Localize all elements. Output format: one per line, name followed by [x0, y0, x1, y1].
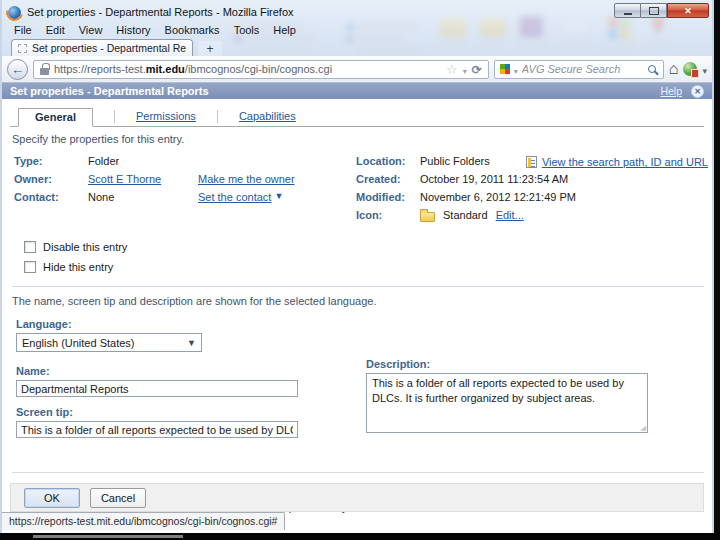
- screentip-input[interactable]: [16, 421, 298, 438]
- properties-right-column: Location: Public Folders View the search…: [356, 155, 712, 227]
- browser-tab[interactable]: Set properties - Departmental Reports: [11, 39, 193, 56]
- icon-label: Icon:: [356, 209, 420, 221]
- form-right-column: Description: This is a folder of all rep…: [366, 358, 658, 433]
- menu-help[interactable]: Help: [266, 23, 303, 37]
- close-window-button[interactable]: [667, 3, 709, 18]
- created-row: Created: October 19, 2011 11:23:54 AM: [356, 173, 706, 191]
- properties-tab-row: General Permissions Capabilities: [10, 108, 704, 127]
- tab-separator: [114, 110, 115, 123]
- hide-entry-checkbox[interactable]: [24, 261, 36, 273]
- disable-entry-checkbox[interactable]: [24, 241, 36, 253]
- properties-left-column: Type: Folder Owner: Scott E Thorne Make …: [14, 155, 356, 227]
- firefox-icon: [8, 6, 21, 19]
- tab-general[interactable]: General: [18, 108, 93, 127]
- search-path-icon: [526, 156, 537, 168]
- dialog-header: Set properties - Departmental Reports He…: [2, 83, 712, 99]
- tab-bar: Set properties - Departmental Reports +: [2, 38, 712, 56]
- tab-title: Set properties - Departmental Reports: [32, 42, 186, 54]
- window-controls: [614, 3, 709, 18]
- created-label: Created:: [356, 173, 420, 185]
- window-titlebar: Set properties - Departmental Reports - …: [2, 0, 712, 21]
- favicon-placeholder-icon: [18, 44, 27, 53]
- set-contact-link[interactable]: Set the contact: [198, 191, 271, 203]
- taskbar-hint: [33, 535, 183, 538]
- menu-file[interactable]: File: [7, 23, 39, 37]
- cancel-button[interactable]: Cancel: [90, 488, 146, 508]
- search-engine-dropdown-icon[interactable]: [514, 60, 518, 78]
- bookmark-star-icon[interactable]: [446, 60, 458, 78]
- tab-capabilities[interactable]: Capabilities: [239, 110, 296, 122]
- owner-link[interactable]: Scott E Thorne: [88, 173, 161, 185]
- url-history-dropdown-icon[interactable]: [463, 60, 467, 78]
- modified-label: Modified:: [356, 191, 420, 203]
- url-text[interactable]: https://reports-test.mit.edu/ibmcognos/c…: [54, 63, 332, 75]
- ok-button[interactable]: OK: [24, 488, 80, 508]
- contact-row: Contact: None Set the contact ▼: [14, 191, 356, 209]
- search-submit-icon[interactable]: [648, 65, 656, 73]
- firefox-window: Set properties - Departmental Reports - …: [0, 0, 714, 533]
- addon-globe-icon[interactable]: [683, 62, 697, 76]
- type-row: Type: Folder: [14, 155, 356, 173]
- properties-grid: Type: Folder Owner: Scott E Thorne Make …: [14, 155, 712, 227]
- language-note: The name, screen tip and description are…: [12, 295, 712, 307]
- description-textarea[interactable]: This is a folder of all reports expected…: [366, 373, 648, 433]
- search-path-group: View the search path, ID and URL: [526, 156, 708, 168]
- minimize-button[interactable]: [614, 3, 641, 18]
- disable-entry-label: Disable this entry: [43, 241, 127, 253]
- back-button[interactable]: [7, 59, 28, 80]
- name-input[interactable]: [16, 380, 298, 397]
- icon-value: Standard: [443, 209, 488, 221]
- type-label: Type:: [14, 155, 88, 167]
- contact-label: Contact:: [14, 191, 88, 203]
- help-link[interactable]: Help: [660, 85, 682, 97]
- status-link-preview: https://reports-test.mit.edu/ibmcognos/c…: [2, 512, 285, 530]
- language-select[interactable]: English (United States) ▼: [16, 333, 202, 352]
- maximize-button[interactable]: [641, 3, 667, 18]
- home-button[interactable]: [669, 60, 679, 78]
- language-label: Language:: [16, 318, 712, 330]
- modified-row: Modified: November 6, 2012 12:21:49 PM: [356, 191, 706, 209]
- edit-icon-link[interactable]: Edit...: [496, 209, 524, 221]
- dialog-close-button[interactable]: [691, 85, 704, 98]
- reload-icon[interactable]: [472, 60, 482, 78]
- type-value: Folder: [88, 155, 198, 167]
- navigation-toolbar: https://reports-test.mit.edu/ibmcognos/c…: [2, 56, 712, 83]
- desktop-taskbar-strip: [0, 533, 720, 540]
- cognos-page: Set properties - Departmental Reports He…: [2, 83, 712, 533]
- created-value: October 19, 2011 11:23:54 AM: [420, 173, 568, 185]
- search-engine-icon[interactable]: [500, 64, 510, 74]
- menu-bookmarks[interactable]: Bookmarks: [158, 23, 227, 37]
- window-title: Set properties - Departmental Reports - …: [27, 6, 294, 18]
- language-select-arrow-icon: ▼: [187, 338, 196, 348]
- make-me-owner-link[interactable]: Make me the owner: [198, 173, 295, 185]
- description-label: Description:: [366, 358, 658, 370]
- browser-chrome: Set properties - Departmental Reports - …: [2, 0, 712, 56]
- view-search-path-link[interactable]: View the search path, ID and URL: [542, 156, 708, 168]
- url-bar[interactable]: https://reports-test.mit.edu/ibmcognos/c…: [33, 60, 489, 79]
- menu-history[interactable]: History: [109, 23, 157, 37]
- menu-tools[interactable]: Tools: [227, 23, 267, 37]
- menu-bar: File Edit View History Bookmarks Tools H…: [2, 21, 712, 38]
- language-selected-value: English (United States): [22, 337, 135, 349]
- tab-permissions[interactable]: Permissions: [136, 110, 196, 122]
- new-tab-button[interactable]: +: [198, 41, 222, 56]
- section-divider: [12, 286, 704, 287]
- intro-text: Specify the properties for this entry.: [12, 133, 712, 145]
- folder-icon: [420, 212, 435, 222]
- search-input[interactable]: [522, 63, 644, 75]
- dialog-button-bar: OK Cancel: [10, 483, 704, 512]
- menu-edit[interactable]: Edit: [39, 23, 72, 37]
- owner-label: Owner:: [14, 173, 88, 185]
- icon-row: Icon: Standard Edit...: [356, 209, 706, 227]
- toolbar-overflow-icon[interactable]: [702, 60, 707, 78]
- hide-entry-row: Hide this entry: [24, 261, 712, 273]
- name-description-form: Name: Screen tip: Description: This is a…: [16, 365, 712, 459]
- search-bar[interactable]: [494, 60, 664, 79]
- set-contact-dropdown-icon[interactable]: ▼: [274, 191, 283, 201]
- urlbar-actions: [446, 60, 482, 78]
- location-value: Public Folders: [420, 155, 490, 167]
- contact-value: None: [88, 191, 198, 203]
- dialog-header-actions: Help: [660, 85, 704, 98]
- menu-view[interactable]: View: [72, 23, 110, 37]
- hide-entry-label: Hide this entry: [43, 261, 113, 273]
